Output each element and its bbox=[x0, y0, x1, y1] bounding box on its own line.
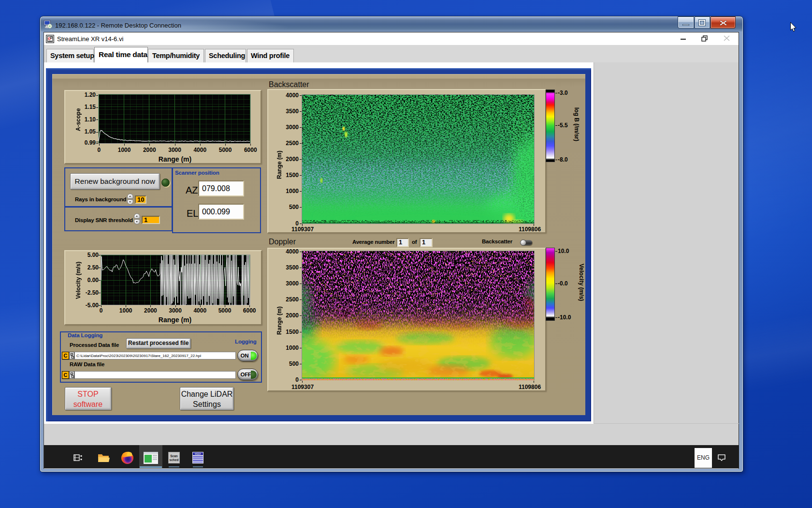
svg-text:WEEK: WEEK bbox=[195, 453, 201, 455]
